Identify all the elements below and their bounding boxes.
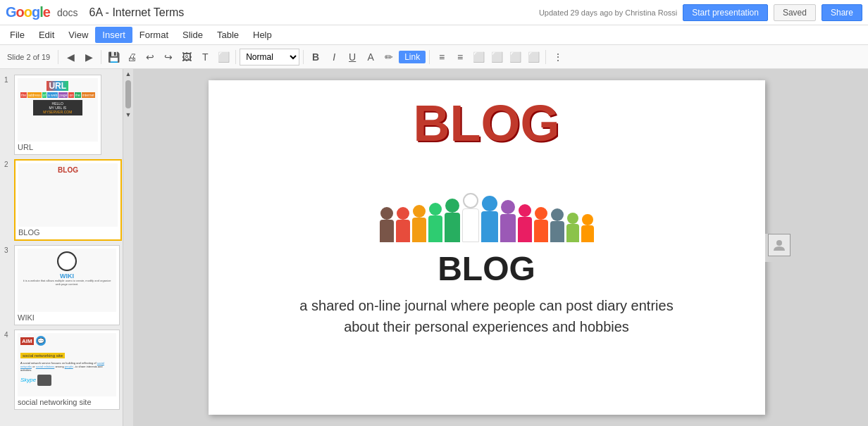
slide-description: a shared on-line journal where people ca… bbox=[290, 295, 684, 337]
slide-number-3: 3 bbox=[4, 246, 8, 254]
slide-number-4: 4 bbox=[4, 331, 8, 339]
google-logo: Google bbox=[6, 4, 50, 20]
slide-3-label: WIKI bbox=[18, 313, 116, 322]
slide-thumb-2[interactable]: BLOG BLOGa shared on-line j bbox=[14, 159, 122, 241]
toolbar-separator-5 bbox=[429, 50, 430, 64]
slide-thumb-3[interactable]: WIKI it is a website that allows multipl… bbox=[14, 245, 120, 325]
menu-view[interactable]: View bbox=[61, 27, 95, 43]
menu-insert[interactable]: Insert bbox=[95, 27, 132, 43]
redo-button[interactable]: ↪ bbox=[160, 49, 177, 65]
url-badge: URL bbox=[46, 81, 68, 91]
scroll-thumb[interactable] bbox=[125, 80, 131, 108]
slide-scrollbar[interactable]: ▲ ▼ bbox=[123, 69, 133, 426]
text-color-button[interactable]: A bbox=[362, 49, 379, 65]
insert-image-button[interactable]: 🖼 bbox=[178, 49, 195, 65]
document-title: 6A - Internet Terms bbox=[89, 6, 184, 19]
wiki-desc: it is a website that allows multiple use… bbox=[20, 280, 113, 287]
save-button[interactable]: 💾 bbox=[105, 49, 122, 65]
link-button[interactable]: Link bbox=[399, 51, 426, 63]
slide-thumb-4-wrapper: AIM 💬 social networking site A social ne… bbox=[18, 333, 116, 396]
illustration-area: BLOG bbox=[332, 94, 642, 242]
slide-canvas[interactable]: BLOG BLO bbox=[209, 80, 765, 415]
toolbar-separator-4 bbox=[303, 50, 304, 64]
slide-blog-big-text: BLOG bbox=[414, 94, 560, 152]
bold-button[interactable]: B bbox=[307, 49, 324, 65]
italic-button[interactable]: I bbox=[326, 49, 342, 65]
hello-box: HELLOMY URL ISMYSERVER.COM bbox=[33, 100, 82, 115]
menu-slide[interactable]: Slide bbox=[175, 27, 210, 43]
aim-logo: AIM bbox=[20, 337, 34, 345]
scroll-down-arrow[interactable]: ▼ bbox=[125, 111, 132, 118]
print-button[interactable]: 🖨 bbox=[123, 49, 140, 65]
more-options-button[interactable]: ⋮ bbox=[550, 49, 566, 65]
chat-icon: 💬 bbox=[36, 336, 46, 346]
underline-button[interactable]: U bbox=[344, 49, 361, 65]
bullet-list-button[interactable]: ≡ bbox=[433, 49, 450, 65]
slide-panel: 1 URL the address of a web page on bbox=[0, 69, 123, 426]
updated-text: Updated 29 days ago by Christina Rossi bbox=[539, 8, 677, 17]
highlight-button[interactable]: ✏ bbox=[380, 49, 397, 65]
slide-info: Slide 2 of 19 bbox=[3, 53, 54, 61]
user-avatar-svg bbox=[772, 238, 786, 252]
menu-bar: File Edit View Insert Format Slide Table… bbox=[0, 25, 868, 45]
toolbar: Slide 2 of 19 ◀ ▶ 💾 🖨 ↩ ↪ 🖼 T ⬜ Normal H… bbox=[0, 45, 868, 69]
social-network-desc: A social network service focuses on buil… bbox=[20, 361, 113, 372]
share-button[interactable]: Share bbox=[822, 4, 862, 21]
menu-format[interactable]: Format bbox=[132, 27, 175, 43]
slide-2-label: BLOG bbox=[18, 228, 118, 237]
slide-row-3: 3 WIKI it is a website that allows multi… bbox=[14, 245, 120, 325]
wiki-globe-icon bbox=[57, 251, 77, 271]
align-left-button[interactable]: ⬜ bbox=[470, 49, 487, 65]
menu-file[interactable]: File bbox=[3, 27, 32, 43]
slide-area: BLOG BLO bbox=[133, 69, 868, 426]
slide-thumb-4[interactable]: AIM 💬 social networking site A social ne… bbox=[14, 330, 120, 410]
top-bar-left: Google docs 6A - Internet Terms bbox=[6, 4, 184, 20]
toolbar-separator-2 bbox=[101, 50, 101, 64]
indent-button[interactable]: ⬜ bbox=[525, 49, 542, 65]
menu-edit[interactable]: Edit bbox=[32, 27, 61, 43]
slide-thumb-1-wrapper: URL the address of a web page on the int… bbox=[18, 78, 98, 142]
top-bar-right: Updated 29 days ago by Christina Rossi S… bbox=[539, 4, 862, 21]
slide-row-2: 2 BLOG bbox=[14, 159, 120, 241]
slide-number-2: 2 bbox=[4, 161, 8, 168]
avatar-icon[interactable] bbox=[768, 234, 790, 256]
thumb-blog-title: BLOG bbox=[58, 166, 78, 174]
next-slide-button[interactable]: ▶ bbox=[80, 49, 97, 65]
undo-button[interactable]: ↩ bbox=[142, 49, 159, 65]
product-label: docs bbox=[57, 7, 78, 18]
text-button[interactable]: T bbox=[197, 49, 213, 65]
right-panel bbox=[765, 234, 793, 262]
slide-row-1: 1 URL the address of a web page on bbox=[14, 75, 120, 155]
slide-thumb-2-wrapper: BLOG BLOGa shared on-line j bbox=[18, 163, 118, 227]
people-group bbox=[380, 193, 594, 242]
url-colored-text: the address of a web page on the interne… bbox=[20, 92, 95, 98]
saved-status: Saved bbox=[774, 4, 816, 21]
prev-slide-button[interactable]: ◀ bbox=[62, 49, 79, 65]
toolbar-separator-3 bbox=[235, 50, 236, 64]
font-style-select[interactable]: Normal Heading 1 Heading 2 bbox=[240, 49, 299, 65]
slide-4-label: social networking site bbox=[18, 398, 116, 406]
menu-table[interactable]: Table bbox=[210, 27, 246, 43]
menu-help[interactable]: Help bbox=[246, 27, 279, 43]
top-bar: Google docs 6A - Internet Terms Updated … bbox=[0, 0, 868, 25]
slide-1-label: URL bbox=[18, 143, 98, 151]
slide-thumb-1[interactable]: URL the address of a web page on the int… bbox=[14, 75, 101, 155]
scroll-up-arrow[interactable]: ▲ bbox=[125, 70, 132, 77]
skype-logo: Skype bbox=[20, 377, 36, 383]
toolbar-separator bbox=[58, 50, 58, 64]
main-area: 1 URL the address of a web page on bbox=[0, 69, 868, 426]
slide-thumb-3-wrapper: WIKI it is a website that allows multipl… bbox=[18, 249, 116, 312]
numbered-list-button[interactable]: ≡ bbox=[452, 49, 469, 65]
slide-row-4: 4 AIM 💬 social networking site A social … bbox=[14, 330, 120, 410]
align-right-button[interactable]: ⬜ bbox=[507, 49, 523, 65]
shapes-button[interactable]: ⬜ bbox=[215, 49, 232, 65]
photo-thumb bbox=[37, 375, 51, 386]
toolbar-separator-6 bbox=[545, 50, 546, 64]
start-presentation-button[interactable]: Start presentation bbox=[683, 4, 768, 21]
svg-point-0 bbox=[776, 240, 782, 246]
social-network-badge: social networking site bbox=[20, 353, 65, 358]
align-center-button[interactable]: ⬜ bbox=[488, 49, 505, 65]
slide-number-1: 1 bbox=[4, 76, 8, 84]
slide-title: BLOG bbox=[438, 249, 535, 288]
